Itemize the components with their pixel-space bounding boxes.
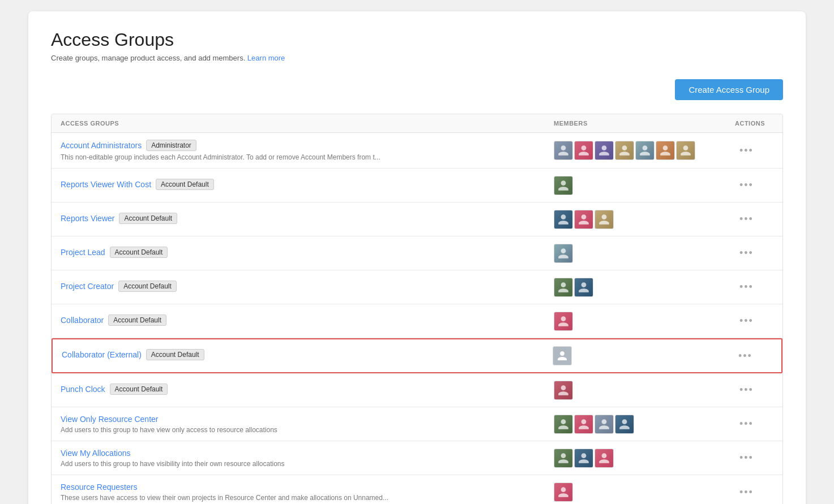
table-header: ACCESS GROUPS MEMBERS ACTIONS	[52, 114, 782, 133]
group-badge: Account Default	[156, 179, 214, 190]
row-name-cell: Reports Viewer With CostAccount Default	[52, 172, 545, 199]
column-header-members: MEMBERS	[545, 114, 726, 132]
member-avatar	[554, 415, 573, 434]
more-actions-button-resource-requesters[interactable]: •••	[735, 484, 758, 501]
actions-cell: •••	[726, 477, 782, 505]
member-avatar	[554, 244, 573, 263]
row-description: Add users to this group to have visibili…	[61, 460, 536, 468]
member-avatar	[574, 415, 593, 434]
group-link-account-administrators[interactable]: Account Administrators	[61, 141, 142, 150]
more-actions-button-project-lead[interactable]: •••	[735, 245, 758, 261]
member-avatar	[595, 141, 614, 160]
member-avatar	[574, 141, 593, 160]
group-link-reports-viewer[interactable]: Reports Viewer	[61, 214, 114, 223]
member-avatar	[615, 415, 634, 434]
row-name-cell: Reports ViewerAccount Default	[52, 206, 545, 233]
row-description: Add users to this group to have view onl…	[61, 426, 536, 434]
member-avatar	[554, 312, 573, 331]
member-avatar	[595, 449, 614, 468]
page-title: Access Groups	[51, 29, 783, 50]
members-cell	[545, 134, 726, 167]
group-badge: Account Default	[146, 349, 204, 360]
group-badge: Account Default	[119, 213, 177, 224]
table-row: Project LeadAccount Default•••	[52, 236, 782, 270]
group-link-collaborator[interactable]: Collaborator	[61, 316, 104, 325]
row-name-cell: Resource RequestersThese users have acce…	[52, 476, 545, 504]
members-cell	[545, 169, 726, 202]
member-avatar	[635, 141, 655, 160]
table-row: Reports ViewerAccount Default•••	[52, 203, 782, 236]
table-row: Reports Viewer With CostAccount Default•…	[52, 169, 782, 203]
member-avatar	[676, 141, 695, 160]
group-link-view-only-resource-center[interactable]: View Only Resource Center	[61, 415, 158, 424]
group-link-collaborator-external[interactable]: Collaborator (External)	[62, 350, 142, 359]
row-description: These users have access to view their ow…	[61, 494, 536, 502]
member-avatar	[574, 278, 593, 297]
table-row: Resource RequestersThese users have acce…	[52, 475, 782, 504]
row-name-cell: Account AdministratorsAdministratorThis …	[52, 133, 545, 168]
group-link-punch-clock[interactable]: Punch Clock	[61, 385, 105, 394]
learn-more-link[interactable]: Learn more	[247, 54, 285, 62]
member-avatar	[615, 141, 634, 160]
column-header-groups: ACCESS GROUPS	[52, 114, 545, 132]
member-avatar	[553, 346, 572, 365]
members-cell	[545, 442, 726, 475]
more-actions-button-reports-viewer[interactable]: •••	[735, 211, 758, 227]
actions-cell: •••	[726, 272, 782, 302]
group-link-reports-viewer-with-cost[interactable]: Reports Viewer With Cost	[61, 180, 151, 189]
members-cell	[545, 203, 726, 236]
more-actions-button-collaborator-external[interactable]: •••	[734, 348, 757, 364]
more-actions-button-view-my-allocations[interactable]: •••	[735, 450, 758, 466]
page-container: Access Groups Create groups, manage prod…	[28, 11, 806, 504]
member-avatar	[554, 449, 573, 468]
actions-cell: •••	[726, 136, 782, 166]
members-cell	[545, 408, 726, 441]
row-name-cell: View Only Resource CenterAdd users to th…	[52, 408, 545, 441]
page-subtitle: Create groups, manage product access, an…	[51, 54, 783, 62]
group-link-project-creator[interactable]: Project Creator	[61, 282, 114, 291]
actions-cell: •••	[726, 170, 782, 200]
members-cell	[545, 237, 726, 270]
member-avatar	[554, 141, 573, 160]
group-link-view-my-allocations[interactable]: View My Allocations	[61, 449, 130, 458]
actions-cell: •••	[726, 204, 782, 234]
members-cell	[545, 305, 726, 338]
table-row: Collaborator (External)Account Default••…	[52, 338, 782, 373]
more-actions-button-punch-clock[interactable]: •••	[735, 382, 758, 398]
create-access-group-button[interactable]: Create Access Group	[675, 79, 783, 100]
table-row: View Only Resource CenterAdd users to th…	[52, 407, 782, 441]
actions-cell: •••	[726, 375, 782, 405]
members-cell	[545, 374, 726, 407]
members-cell	[545, 476, 726, 504]
group-badge: Account Default	[118, 281, 177, 292]
access-groups-table: ACCESS GROUPS MEMBERS ACTIONS Account Ad…	[51, 114, 783, 504]
group-badge: Account Default	[108, 315, 166, 326]
more-actions-button-project-creator[interactable]: •••	[735, 279, 758, 295]
more-actions-button-reports-viewer-with-cost[interactable]: •••	[735, 177, 758, 193]
member-avatar	[554, 483, 573, 502]
group-badge: Account Default	[110, 384, 168, 395]
table-row: Account AdministratorsAdministratorThis …	[52, 133, 782, 169]
member-avatar	[656, 141, 675, 160]
subtitle-text: Create groups, manage product access, an…	[51, 54, 247, 62]
group-link-resource-requesters[interactable]: Resource Requesters	[61, 483, 137, 492]
member-avatar	[574, 210, 593, 229]
row-description: This non-editable group includes each Ac…	[61, 153, 536, 161]
actions-cell: •••	[726, 238, 782, 268]
group-badge: Account Default	[110, 247, 168, 258]
member-avatar	[554, 381, 573, 400]
column-header-actions: ACTIONS	[726, 114, 782, 132]
group-link-project-lead[interactable]: Project Lead	[61, 248, 105, 257]
member-avatar	[554, 176, 573, 195]
row-name-cell: View My AllocationsAdd users to this gro…	[52, 442, 545, 475]
row-name-cell: CollaboratorAccount Default	[52, 308, 545, 335]
row-name-cell: Project LeadAccount Default	[52, 240, 545, 267]
more-actions-button-view-only-resource-center[interactable]: •••	[735, 416, 758, 432]
row-name-cell: Punch ClockAccount Default	[52, 377, 545, 404]
table-row: Project CreatorAccount Default•••	[52, 270, 782, 304]
member-avatar	[554, 210, 573, 229]
more-actions-button-collaborator[interactable]: •••	[735, 313, 758, 329]
members-cell	[544, 339, 725, 372]
actions-cell: •••	[726, 443, 782, 473]
more-actions-button-account-administrators[interactable]: •••	[735, 143, 758, 159]
